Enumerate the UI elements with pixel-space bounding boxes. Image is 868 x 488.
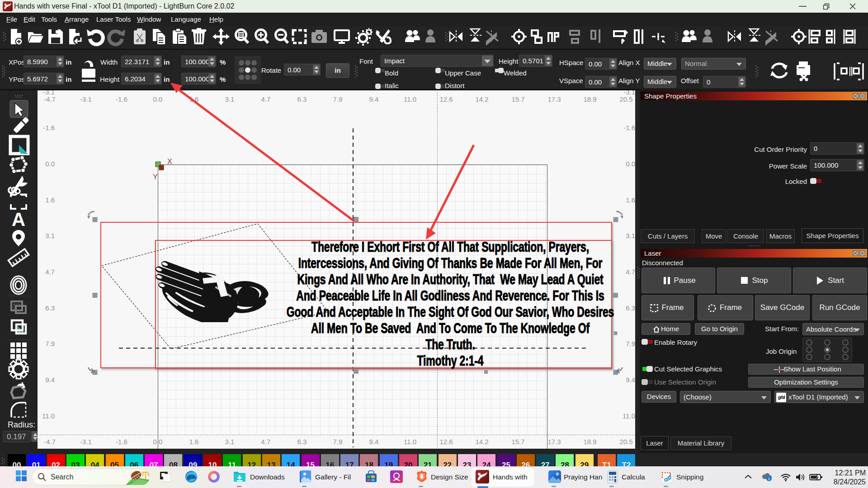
svg-text:Radius:: Radius:: [8, 420, 35, 429]
svg-text:A: A: [12, 209, 25, 230]
svg-text:i: i: [769, 477, 770, 481]
svg-text:0.197: 0.197: [7, 432, 26, 441]
